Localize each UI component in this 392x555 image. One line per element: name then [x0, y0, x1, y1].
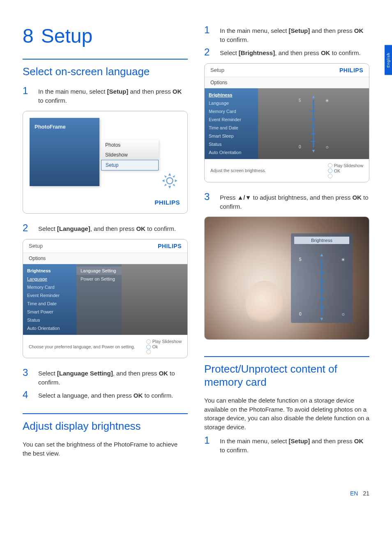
option-item: Time and Date [23, 299, 76, 308]
section-brightness-heading: Adjust display brightness [23, 420, 188, 433]
section-rule [23, 413, 188, 414]
ring-icon [146, 350, 151, 354]
slider-max-label: 5 [299, 98, 301, 103]
brightness-slider: ▲ 5 ☀ 0 ☼ ▼ [301, 92, 326, 155]
sun-dim-icon: ☼ [341, 311, 345, 316]
option-item-selected: Language [23, 275, 76, 283]
button-hints: Play Slideshow OK [328, 163, 363, 179]
brand-label: PHILIPS [158, 243, 182, 249]
list-item: 1 In the main menu, select [Setup] and t… [204, 25, 369, 44]
overlay-title: Brightness [294, 237, 349, 244]
option-item: Brightness [23, 267, 76, 275]
option-item: Event Reminder [205, 115, 258, 124]
step-text: Select [Language Setting], and then pres… [38, 367, 188, 387]
option-item: Event Reminder [23, 291, 76, 299]
step-text: In the main menu, select [Setup] and the… [220, 435, 369, 455]
svg-point-0 [166, 177, 173, 184]
arrow-down-icon: ▼ [311, 148, 316, 153]
section-language-heading: Select on-screen language [23, 65, 188, 78]
list-item: 2 Select [Brightness], and then press OK… [204, 47, 369, 58]
sub-option-item: Power on Setting [76, 275, 122, 283]
left-column: 8Setup Select on-screen language 1 In th… [23, 25, 188, 461]
brightness-slider-pane: ▲ 5 ☀ 0 ☼ ▼ [258, 88, 369, 159]
ring-icon [146, 345, 151, 349]
figure-setup-brightness: Setup PHILIPS Options Brightness Languag… [204, 63, 369, 182]
step-text: In the main menu, select [Setup] and the… [220, 25, 369, 44]
step-text: Press ▲/▼ to adjust brightness, and then… [220, 191, 369, 211]
figure-subheader: Options [205, 77, 369, 88]
step-text: Select [Brightness], and then press OK t… [220, 47, 361, 58]
step-number: 4 [23, 389, 32, 400]
option-item: Smart Power [23, 308, 76, 316]
ring-icon [328, 168, 332, 173]
section-intro: You can set the brightness of the PhotoF… [23, 440, 188, 458]
sub-options-list: Language Setting Power on Setting [76, 264, 122, 335]
menu-item-selected: Setup [101, 160, 159, 170]
figure-subheader: Options [23, 253, 187, 264]
arrow-up-icon: ▲ [311, 94, 316, 99]
section-intro: You can enable the delete function on a … [204, 396, 369, 432]
chapter-title: Setup [41, 25, 92, 47]
photo-subject [246, 281, 283, 326]
chapter-heading: 8Setup [23, 25, 188, 47]
brand-label: PHILIPS [339, 67, 363, 74]
option-item: Auto Orientation [23, 324, 76, 332]
options-list: Brightness Language Memory Card Event Re… [205, 88, 258, 159]
option-item: Language [205, 99, 258, 107]
brightness-overlay: Brightness ▲ 5 ☀ 0 ☼ ▼ [291, 233, 353, 323]
slider-track [313, 100, 314, 147]
step-number: 1 [204, 25, 213, 44]
option-item: Time and Date [205, 124, 258, 132]
slider-min-label: 0 [299, 145, 301, 149]
arrow-down-icon: ▼ [320, 316, 324, 321]
footer-page-number: 21 [363, 490, 369, 497]
button-hints: Play Slideshow Ok [146, 339, 182, 355]
figure-brightness-photo: Brightness ▲ 5 ☀ 0 ☼ ▼ [204, 216, 369, 340]
list-item: 2 Select [Language], and then press OK t… [23, 223, 188, 233]
list-item: 3 Press ▲/▼ to adjust brightness, and th… [204, 191, 369, 211]
footer-lang: EN [350, 490, 358, 497]
photoframe-panel: PhotoFrame [30, 118, 99, 186]
chapter-number: 8 [23, 25, 34, 47]
option-item: Status [23, 316, 76, 324]
option-item: Memory Card [23, 283, 76, 291]
option-item: Smart Sleep [205, 132, 258, 140]
list-item: 1 In the main menu, select [Setup] and t… [23, 85, 188, 105]
menu-item: Slideshow [101, 150, 159, 160]
step-text: In the main menu, select [Setup] and the… [38, 85, 188, 105]
option-item-selected: Brightness [205, 91, 258, 99]
section-rule [23, 59, 188, 60]
sub-option-item: Language Setting [76, 267, 122, 275]
section-rule [204, 356, 369, 357]
preview-pane [122, 264, 187, 335]
option-item: Status [205, 140, 258, 148]
menu-item: Photos [101, 140, 159, 150]
step-number: 1 [23, 85, 32, 105]
brightness-slider: ▲ 5 ☀ 0 ☼ ▼ [294, 247, 349, 318]
list-item: 1 In the main menu, select [Setup] and t… [204, 435, 369, 455]
step-text: Select [Language], and then press OK to … [38, 223, 176, 233]
ring-icon [328, 174, 332, 178]
figure-header: Setup [210, 67, 224, 74]
slider-min-label: 0 [299, 312, 302, 316]
list-item: 4 Select a language, and then press OK t… [23, 389, 188, 400]
figure-footer-text: Choose your preferred language, and Powe… [29, 344, 135, 349]
page-footer: EN 21 [0, 478, 392, 509]
figure-setup-language: Setup PHILIPS Options Brightness Languag… [23, 239, 188, 358]
options-list: Brightness Language Memory Card Event Re… [23, 264, 76, 335]
brand-label: PHILIPS [154, 199, 180, 206]
figure-footer-text: Adjust the screen brightness. [210, 168, 266, 173]
figure-photoframe-menu: PhotoFrame Photos Slideshow Setup PHILIP… [23, 111, 188, 214]
ring-icon [328, 163, 332, 168]
step-number: 1 [204, 435, 213, 455]
step-number: 3 [23, 367, 32, 387]
arrow-up-icon: ▲ [320, 252, 324, 257]
step-text: Select a language, and then press OK to … [38, 389, 173, 400]
menu-list: Photos Slideshow Setup [101, 140, 159, 170]
sun-icon: ☀ [325, 98, 329, 104]
gear-icon [161, 172, 178, 189]
step-number: 2 [204, 47, 213, 58]
slider-max-label: 5 [299, 257, 302, 262]
figure-header: Setup [29, 243, 43, 249]
option-item: Auto Orientation [205, 148, 258, 157]
